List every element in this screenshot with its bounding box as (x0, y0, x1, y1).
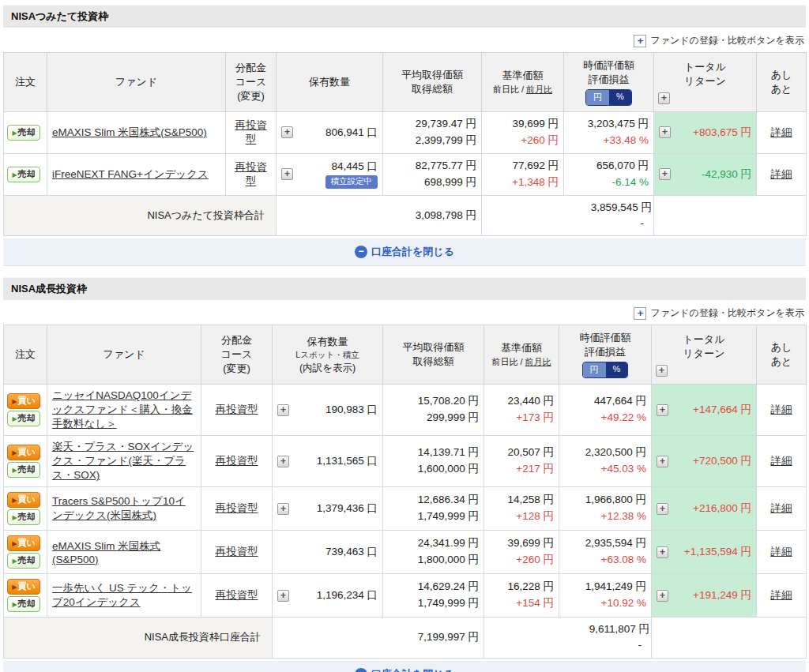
market-value-cell: 2,935,594 円 +63.08 % (559, 531, 652, 574)
toggle-yen-button[interactable]: 円 (583, 362, 606, 377)
distribution-course-link[interactable]: 再投資型 (235, 119, 267, 145)
toggle-yen-button[interactable]: 円 (586, 90, 609, 105)
buy-button[interactable]: ▶買い (7, 492, 40, 508)
total-return-expand-icon[interactable]: + (658, 92, 670, 104)
buy-arrow-icon: ▶ (12, 584, 17, 591)
subtotal-row: NISAつみたて投資枠合計 3,098,798 円 3,859,545 円 - (4, 195, 807, 236)
market-value-cell: 656,070 円 -6.14 % (564, 153, 654, 195)
total-return-row-expand-icon[interactable]: + (657, 546, 668, 558)
distribution-course-link[interactable]: 再投資型 (216, 546, 258, 557)
total-return-expand-icon[interactable]: + (656, 365, 668, 377)
fund-link[interactable]: ニッセイNASDAQ100インデックスファンド＜購入・換金手数料なし＞ (52, 389, 193, 430)
close-account-total-link[interactable]: − 口座合計を閉じる (355, 667, 454, 672)
avg-acquisition-price: 14,629.24 円 (388, 579, 479, 595)
col-header-footprint: あし あと (757, 325, 807, 385)
subtotal-dash: - (487, 216, 652, 231)
pl-percent: +45.03 % (564, 461, 646, 478)
market-value: 447,664 円 (564, 393, 646, 410)
section-title: NISAつみたて投資枠 (3, 5, 806, 28)
detail-link[interactable]: 詳細 (771, 455, 792, 467)
holdings-breakdown-link[interactable]: (内訳を表示) (275, 362, 380, 375)
nav-change: +1,348 円 (487, 175, 559, 191)
sell-button[interactable]: ▶売却 (7, 553, 40, 569)
avg-acquisition-price: 14,139.71 円 (388, 445, 479, 461)
fund-link[interactable]: eMAXIS Slim 米国株式(S&P500) (52, 126, 207, 138)
col-header-holdings: 保有数量 (277, 53, 383, 112)
total-return-row-expand-icon[interactable]: + (657, 456, 668, 467)
fund-row: ▶買い ▶売却 eMAXIS Slim 米国株式(S&P500) 再投資型 + … (4, 112, 807, 154)
pl-percent: +10.92 % (564, 595, 646, 612)
order-cell: ▶買い ▶売却 (4, 487, 47, 531)
col-header-total-return: トータル リターン + (652, 325, 757, 385)
buy-button[interactable]: ▶買い (7, 579, 40, 595)
footprint-cell: 詳細 (757, 112, 807, 154)
distribution-course-link[interactable]: 再投資型 (216, 589, 258, 601)
fund-link[interactable]: eMAXIS Slim 米国株式(S&P500) (52, 540, 160, 565)
plus-box-icon[interactable]: + (634, 307, 646, 320)
footprint-cell: 詳細 (757, 487, 807, 531)
order-cell: ▶買い ▶売却 (4, 385, 47, 436)
sell-button[interactable]: ▶売却 (7, 411, 40, 426)
detail-link[interactable]: 詳細 (771, 589, 792, 601)
sell-button[interactable]: ▶売却 (7, 509, 40, 525)
sell-arrow-icon: ▶ (12, 557, 17, 565)
close-account-total-link[interactable]: − 口座合計を閉じる (355, 245, 454, 259)
holdings-expand-icon[interactable]: + (277, 590, 289, 602)
sell-button[interactable]: ▶売却 (7, 462, 40, 478)
holdings-expand-icon[interactable]: + (277, 503, 289, 515)
holdings-value: 190,983 口 (325, 403, 378, 417)
nav-value: 39,699 円 (487, 116, 559, 133)
buy-button[interactable]: ▶買い (7, 393, 40, 409)
avg-price-cell: 82,775.77 円 698,999 円 (383, 153, 482, 195)
total-return-row-expand-icon[interactable]: + (657, 590, 668, 602)
toggle-percent-button[interactable]: % (606, 362, 628, 377)
total-return-row-expand-icon[interactable]: + (659, 168, 671, 180)
total-return-cell: + +191,249 円 (652, 574, 757, 618)
fund-link[interactable]: Tracers S&P500トップ10インデックス(米国株式) (52, 495, 186, 521)
nav-cell: 16,228 円 +154 円 (484, 574, 559, 618)
holdings-expand-icon[interactable]: + (277, 456, 289, 467)
total-return-row-expand-icon[interactable]: + (657, 503, 668, 515)
acquisition-total: 1,749,999 円 (388, 509, 479, 525)
prev-month-link[interactable]: 前月比 (526, 84, 552, 94)
sell-button[interactable]: ▶売却 (7, 125, 40, 141)
fund-link[interactable]: 一歩先いく US テック・トップ20インデックス (52, 582, 192, 608)
subtotal-row: NISA成長投資枠口座合計 7,199,997 円 9,611,807 円 - (4, 618, 807, 659)
prev-month-link[interactable]: 前月比 (525, 357, 551, 366)
total-return-value: +803,675 円 (671, 126, 751, 140)
toggle-percent-button[interactable]: % (609, 90, 631, 105)
distribution-course-link[interactable]: 再投資型 (235, 161, 267, 187)
holdings-expand-icon[interactable]: + (277, 404, 289, 416)
avg-price-cell: 29,739.47 円 2,399,799 円 (383, 112, 482, 154)
distribution-course-link[interactable]: 再投資型 (216, 455, 258, 467)
plus-box-icon[interactable]: + (634, 35, 646, 47)
holdings-expand-icon[interactable]: + (281, 168, 293, 180)
fund-link[interactable]: iFreeNEXT FANG+インデックス (52, 168, 209, 180)
total-return-row-expand-icon[interactable]: + (659, 126, 671, 138)
holdings-cell: + 1,379,436 口 (273, 487, 383, 531)
holdings-cell: + 1,131,565 口 (273, 436, 383, 487)
sell-button[interactable]: ▶売却 (7, 167, 40, 182)
register-compare-link[interactable]: ファンドの登録・比較ボタンを表示 (650, 34, 804, 47)
holdings-expand-icon[interactable]: + (281, 126, 293, 138)
pl-percent: +12.38 % (564, 509, 646, 525)
detail-link[interactable]: 詳細 (771, 546, 792, 557)
col-header-distribution: 分配金 コース (変更) (226, 53, 277, 112)
fund-link[interactable]: 楽天・プラス・SOXインデックス・ファンド(楽天・プラス・SOX) (52, 441, 194, 481)
detail-link[interactable]: 詳細 (771, 404, 792, 415)
fund-cell: Tracers S&P500トップ10インデックス(米国株式) (47, 487, 201, 531)
detail-link[interactable]: 詳細 (771, 502, 792, 514)
buy-button[interactable]: ▶買い (7, 445, 40, 460)
distribution-course-link[interactable]: 再投資型 (216, 404, 258, 415)
buy-button[interactable]: ▶買い (7, 535, 40, 551)
register-compare-link[interactable]: ファンドの登録・比較ボタンを表示 (650, 306, 804, 320)
detail-link[interactable]: 詳細 (771, 168, 792, 180)
sell-button[interactable]: ▶売却 (7, 596, 40, 612)
nav-value: 20,507 円 (489, 445, 554, 461)
distribution-course-link[interactable]: 再投資型 (216, 502, 258, 514)
sell-arrow-icon: ▶ (12, 514, 17, 521)
total-return-row-expand-icon[interactable]: + (657, 404, 668, 416)
nisa-section: NISAつみたて投資枠 + ファンドの登録・比較ボタンを表示 注文 ファンド 分… (3, 5, 806, 266)
detail-link[interactable]: 詳細 (771, 126, 792, 138)
fund-cell: iFreeNEXT FANG+インデックス (47, 153, 226, 195)
